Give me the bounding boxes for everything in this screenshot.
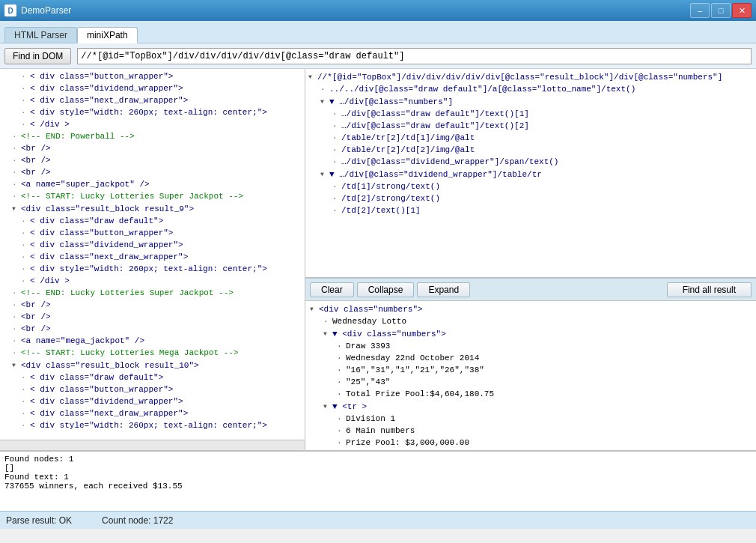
parsed-arrow[interactable] (337, 364, 346, 376)
comment-text: <!-- END: Powerball --> (21, 130, 135, 142)
tree-arrow[interactable] (21, 118, 30, 130)
tree-arrow[interactable] (21, 227, 30, 239)
result-arrow[interactable] (332, 204, 341, 216)
tree-arrow[interactable] (21, 263, 30, 275)
tree-arrow[interactable] (21, 383, 30, 395)
tree-arrow[interactable] (21, 106, 30, 118)
result-arrow[interactable] (332, 132, 341, 144)
parsed-arrow[interactable] (337, 449, 346, 450)
indent-space (3, 371, 12, 383)
tree-arrow[interactable] (12, 190, 21, 202)
tab-bar: HTML Parser miniXPath (0, 21, 756, 43)
tag-text: < div class="draw default"> (30, 371, 163, 383)
found-text-value: 737655 winners, each received $13.55 (4, 482, 752, 491)
tree-arrow[interactable] (12, 335, 21, 347)
tree-arrow[interactable] (21, 82, 30, 94)
html-tree[interactable]: < div class="button_wrapper"> < div clas… (0, 69, 305, 440)
xpath-input[interactable] (77, 48, 752, 64)
indent-space (3, 407, 12, 419)
indent-space (3, 70, 12, 82)
result-arrow[interactable] (332, 144, 341, 156)
parsed-arrow[interactable] (323, 315, 332, 327)
indent-space (323, 376, 337, 388)
result-text: /td[1]/strong/text() (341, 181, 440, 192)
tree-arrow[interactable] (21, 215, 30, 227)
tree-arrow[interactable] (12, 287, 21, 299)
tree-arrow[interactable] (21, 94, 30, 106)
tree-arrow[interactable] (12, 142, 21, 154)
expand-button[interactable]: Expand (417, 282, 470, 297)
parsed-arrow[interactable] (337, 340, 346, 352)
tag-text: <div class="result_block result_9"> (21, 203, 194, 215)
tree-arrow[interactable] (21, 371, 30, 383)
parsed-text: Draw 3393 (346, 340, 390, 352)
tree-arrow[interactable] (12, 178, 21, 190)
parsed-arrow[interactable] (323, 400, 332, 413)
find-all-button[interactable]: Find all result (667, 282, 752, 297)
result-arrow[interactable] (332, 120, 341, 132)
indent-space (3, 323, 12, 335)
minimize-button[interactable]: – (690, 3, 710, 18)
right-panel: //*[@id="TopBox"]/div/div/div/div/div[@c… (305, 69, 756, 450)
result-arrow[interactable] (332, 156, 341, 168)
left-horizontal-scrollbar[interactable] (0, 440, 305, 450)
xpath-results-tree[interactable]: //*[@id="TopBox"]/div/div/div/div/div[@c… (305, 69, 756, 278)
result-line: …/div[@class="dividend_wrapper"]/span/te… (305, 156, 756, 168)
clear-button[interactable]: Clear (310, 282, 354, 297)
result-arrow[interactable] (332, 181, 341, 192)
window-title: DemoParser (21, 5, 71, 16)
parsed-arrow[interactable] (337, 425, 346, 437)
tree-arrow[interactable] (21, 239, 30, 251)
node-result-line: ▼ <tr > (308, 400, 753, 413)
parsed-arrow[interactable] (323, 327, 332, 340)
tree-arrow[interactable] (12, 130, 21, 142)
parsed-arrow[interactable] (337, 437, 346, 449)
tree-line: < div style="width: 260px; text-align: c… (0, 419, 305, 431)
tree-arrow[interactable] (21, 419, 30, 431)
tree-arrow[interactable] (21, 407, 30, 419)
collapse-button[interactable]: Collapse (357, 282, 415, 297)
maximize-button[interactable]: □ (711, 3, 731, 18)
tree-arrow[interactable] (21, 251, 30, 263)
find-in-dom-button[interactable]: Find in DOM (4, 48, 71, 64)
result-arrow[interactable] (320, 95, 329, 108)
tree-arrow[interactable] (12, 299, 21, 311)
tree-arrow[interactable] (12, 359, 21, 371)
parsed-arrow[interactable] (337, 388, 346, 400)
tree-arrow[interactable] (12, 323, 21, 335)
indent-space (12, 407, 21, 419)
tree-arrow[interactable] (12, 311, 21, 323)
tree-line: <div class="result_block result_10"> (0, 359, 305, 371)
parsed-arrow[interactable] (310, 303, 319, 315)
tab-minixpath[interactable]: miniXPath (77, 27, 138, 43)
result-text: …/div[@class="dividend_wrapper"]/span/te… (341, 156, 558, 168)
tag-text: <br /> (21, 166, 51, 178)
parsed-arrow[interactable] (337, 352, 346, 364)
indent-space (308, 83, 320, 95)
result-line: /td[2]/text()[1] (305, 204, 756, 216)
result-line: /table/tr[2]/td[2]/img/@alt (305, 144, 756, 156)
tree-line: <!-- END: Lucky Lotteries Super Jackpot … (0, 287, 305, 299)
result-line: ▼ …/div[@class="dividend_wrapper"]/table… (305, 168, 756, 181)
parsed-arrow[interactable] (337, 376, 346, 388)
tree-arrow[interactable] (12, 166, 21, 178)
tree-arrow[interactable] (21, 275, 30, 287)
result-arrow[interactable] (332, 108, 341, 120)
result-arrow[interactable] (332, 192, 341, 204)
action-bar: Clear Collapse Expand Find all result (305, 278, 756, 300)
tree-arrow[interactable] (21, 395, 30, 407)
tree-arrow[interactable] (12, 154, 21, 166)
result-arrow[interactable] (320, 83, 329, 95)
tree-arrow[interactable] (12, 202, 21, 215)
indent-space (323, 425, 337, 437)
close-button[interactable]: ✕ (732, 3, 752, 18)
tag-text: < /div > (30, 275, 70, 287)
parsed-results-tree[interactable]: <div class="numbers"> Wednesday Lotto ▼ … (305, 300, 756, 450)
result-arrow[interactable] (308, 70, 317, 83)
parsed-arrow[interactable] (337, 413, 346, 425)
tab-html-parser[interactable]: HTML Parser (4, 27, 77, 43)
tree-arrow[interactable] (21, 70, 30, 82)
tree-arrow[interactable] (12, 347, 21, 359)
indent-space (3, 287, 12, 299)
result-arrow[interactable] (320, 168, 329, 181)
